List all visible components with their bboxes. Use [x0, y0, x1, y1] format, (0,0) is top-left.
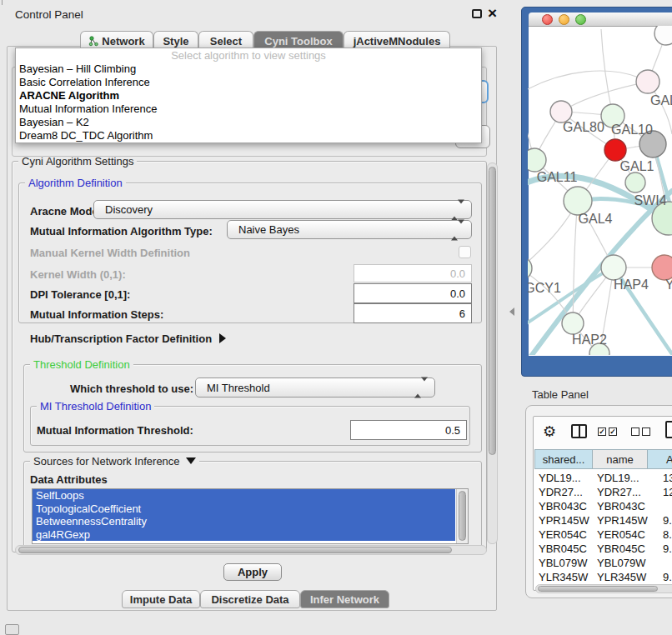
control-panel-window: Control Panel × Network Style Select Cyn…: [0, 0, 510, 635]
threshold-definition-title: Threshold Definition: [30, 358, 133, 371]
network-nodes: [528, 26, 672, 355]
algorithm-option-basic-correlation[interactable]: Basic Correlation Inference: [16, 76, 481, 89]
which-threshold-value: MI Threshold: [207, 382, 270, 394]
network-node-red-selected[interactable]: [604, 139, 626, 161]
cyni-algorithm-settings-title: Cyni Algorithm Settings: [18, 155, 137, 168]
attributes-vertical-scrollbar[interactable]: [456, 489, 468, 543]
network-window-titlebar[interactable]: [529, 12, 672, 27]
svg-text:Y: Y: [665, 278, 672, 292]
table-panel-window: ⚙ ✓ ✓ shared... name A YDL19... YDL19...…: [525, 405, 672, 598]
hub-transcription-section-toggle[interactable]: Hub/Transcription Factor Definition: [30, 332, 226, 345]
collapse-arrow-icon[interactable]: [186, 458, 196, 464]
tab-infer-network[interactable]: Infer Network: [300, 590, 389, 608]
tab-discretize-data[interactable]: Discretize Data: [200, 590, 300, 608]
expand-arrow-icon[interactable]: [219, 333, 226, 343]
svg-text:HAP4: HAP4: [614, 278, 649, 292]
svg-text:HAP2: HAP2: [572, 332, 607, 347]
mi-steps-label: Mutual Information Steps:: [30, 308, 163, 321]
svg-text:GAL80: GAL80: [563, 120, 604, 134]
apply-button[interactable]: Apply: [223, 563, 282, 581]
mi-algorithm-type-combobox[interactable]: Naive Bayes: [227, 220, 472, 239]
sources-group-title: Sources for Network Inference: [30, 455, 199, 468]
mi-threshold-field[interactable]: 0.5: [350, 420, 467, 440]
mi-steps-field[interactable]: 6: [354, 303, 472, 323]
tab-impute-data[interactable]: Impute Data: [122, 590, 200, 608]
deselect-all-columns-icon[interactable]: [642, 428, 650, 436]
float-panel-icon[interactable]: [472, 9, 482, 18]
column-header-shared-name[interactable]: shared...: [534, 449, 593, 469]
algorithm-option-bayesian-hill-climbing[interactable]: Bayesian – Hill Climbing: [16, 62, 481, 76]
aracne-mode-combobox[interactable]: Discovery: [93, 200, 472, 219]
settings-vertical-scrollbar-thumb[interactable]: [489, 167, 496, 455]
network-canvas[interactable]: GAL GAL80 GAL10 GAL1 GAL11 SWI4 GAL4 GCY…: [528, 26, 672, 355]
algorithm-option-bayesian-k2[interactable]: Bayesian – K2: [16, 116, 481, 129]
table-row[interactable]: YDR27... YDR27... 12: [534, 485, 672, 499]
node-table: shared... name A YDL19... YDL19... 13 YD…: [534, 449, 672, 589]
network-node-hap2[interactable]: [562, 312, 584, 334]
data-attributes-label: Data Attributes: [30, 473, 108, 486]
table-row[interactable]: YBR045C YBR045C 9.: [534, 542, 672, 556]
new-column-icon[interactable]: [665, 421, 672, 438]
network-node-gal11[interactable]: [528, 148, 546, 172]
settings-horizontal-scrollbar[interactable]: [15, 545, 487, 555]
kernel-width-label: Kernel Width (0,1):: [30, 268, 126, 281]
network-node-salmon[interactable]: [652, 255, 672, 280]
dpi-tolerance-field[interactable]: 0.0: [354, 283, 472, 303]
mi-threshold-label: Mutual Information Threshold:: [37, 424, 193, 437]
table-settings-gear-icon[interactable]: ⚙: [543, 422, 556, 441]
manual-kernel-width-label: Manual Kernel Width Definition: [30, 247, 190, 259]
algorithm-definition-title: Algorithm Definition: [25, 177, 126, 189]
svg-text:GAL4: GAL4: [579, 212, 613, 226]
table-row[interactable]: YBR043C YBR043C: [534, 499, 672, 513]
svg-text:GAL1: GAL1: [620, 159, 654, 173]
table-row[interactable]: YPR145W YPR145W 9.: [534, 513, 672, 528]
panel-grip-icon[interactable]: [5, 624, 19, 635]
settings-horizontal-scrollbar-thumb[interactable]: [18, 547, 452, 553]
attribute-item-selfloops[interactable]: SelfLoops: [33, 489, 455, 502]
aracne-mode-value: Discovery: [105, 203, 153, 216]
attributes-vertical-scrollbar-thumb[interactable]: [459, 491, 466, 541]
split-columns-icon[interactable]: [571, 424, 587, 438]
network-node-swi4[interactable]: [625, 172, 645, 192]
table-row[interactable]: YBL079W YBL079W: [534, 556, 672, 570]
network-node-gal4[interactable]: [564, 187, 592, 215]
column-header-third[interactable]: A: [647, 449, 672, 469]
network-node-hap4[interactable]: [601, 255, 626, 280]
attribute-item-betweennesscentrality[interactable]: BetweennessCentrality: [33, 515, 455, 528]
manual-kernel-width-checkbox[interactable]: [459, 246, 471, 258]
select-all-columns-icon[interactable]: ✓: [609, 428, 617, 436]
algorithm-option-dream8[interactable]: Dream8 DC_TDC Algorithm: [16, 129, 481, 142]
table-row[interactable]: YER054C YER054C 8.: [534, 528, 672, 542]
attribute-item-topologicalcoefficient[interactable]: TopologicalCoefficient: [33, 502, 455, 516]
zoom-window-traffic-icon[interactable]: [575, 14, 586, 25]
combo-spinner-icon: [451, 203, 464, 216]
select-all-columns-icon[interactable]: ✓: [598, 428, 606, 436]
network-node-unlabeled-top[interactable]: [654, 26, 672, 45]
settings-vertical-scrollbar[interactable]: [487, 162, 498, 544]
svg-text:GAL11: GAL11: [537, 170, 578, 184]
network-tab-icon: [88, 36, 99, 47]
table-horizontal-scrollbar[interactable]: [535, 584, 672, 593]
close-panel-icon[interactable]: ×: [488, 8, 497, 19]
deselect-all-columns-icon[interactable]: [631, 428, 639, 436]
algorithm-option-mutual-information[interactable]: Mutual Information Inference: [16, 102, 481, 116]
table-row[interactable]: YDL19... YDL19... 13: [534, 471, 672, 485]
network-node-gal-pink[interactable]: [636, 70, 659, 93]
algorithm-option-aracne[interactable]: ARACNE Algorithm: [16, 89, 481, 102]
screen: Control Panel × Network Style Select Cyn…: [0, 0, 672, 635]
table-horizontal-scrollbar-thumb[interactable]: [538, 586, 658, 592]
svg-text:GAL10: GAL10: [611, 122, 653, 137]
column-header-name[interactable]: name: [592, 449, 648, 469]
panel-edge-tick: [2, 0, 3, 5]
kernel-width-field[interactable]: 0.0: [354, 264, 472, 282]
data-attributes-listbox: SelfLoops TopologicalCoefficient Between…: [32, 488, 469, 544]
attribute-item-gal4rgexp[interactable]: gal4RGexp: [33, 528, 455, 542]
close-window-traffic-icon[interactable]: [542, 14, 553, 25]
aracne-mode-label: Aracne Mode:: [30, 205, 102, 218]
minimize-window-traffic-icon[interactable]: [559, 14, 569, 25]
splitter-collapse-arrow[interactable]: [509, 308, 514, 316]
svg-text:GAL: GAL: [650, 93, 672, 108]
table-row[interactable]: YLR345W YLR345W 9.: [534, 570, 672, 584]
which-threshold-label: Which threshold to use:: [70, 382, 193, 395]
which-threshold-combobox[interactable]: MI Threshold: [195, 378, 435, 398]
